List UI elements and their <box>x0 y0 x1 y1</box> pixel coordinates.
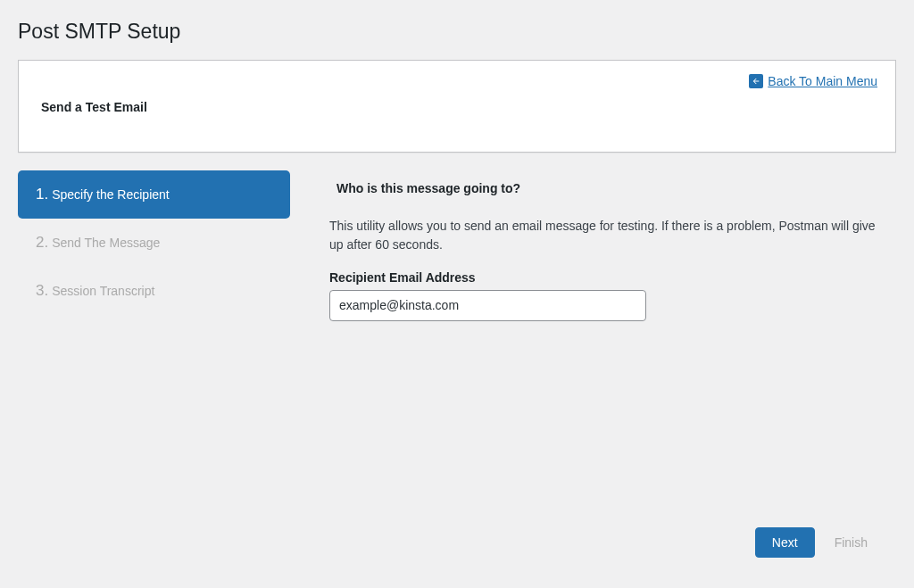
wizard-step-transcript[interactable]: 3. Session Transcript <box>18 267 290 315</box>
step-number: 1. <box>36 186 48 203</box>
content-description: This utility allows you to send an email… <box>329 217 878 254</box>
step-label: Session Transcript <box>52 284 154 298</box>
page-title: Post SMTP Setup <box>18 20 896 44</box>
back-link-label: Back To Main Menu <box>768 74 877 88</box>
next-button[interactable]: Next <box>755 527 815 558</box>
button-row: Next Finish <box>18 527 896 558</box>
content-heading: Who is this message going to? <box>337 181 878 195</box>
step-number: 2. <box>36 234 48 252</box>
wizard-container: 1. Specify the Recipient 2. Send The Mes… <box>18 170 896 518</box>
header-card: Back To Main Menu Send a Test Email <box>18 60 896 153</box>
finish-button: Finish <box>815 527 887 558</box>
header-card-title: Send a Test Email <box>41 100 873 114</box>
recipient-email-label: Recipient Email Address <box>329 270 878 285</box>
wizard-content: Who is this message going to? This utili… <box>319 170 896 518</box>
wizard-step-recipient[interactable]: 1. Specify the Recipient <box>18 170 290 219</box>
step-label: Specify the Recipient <box>52 187 170 202</box>
step-number: 3. <box>36 282 48 300</box>
recipient-email-input[interactable] <box>329 290 646 321</box>
wizard-step-send[interactable]: 2. Send The Message <box>18 219 290 267</box>
step-label: Send The Message <box>52 236 160 250</box>
arrow-left-icon <box>749 74 763 88</box>
back-to-main-link[interactable]: Back To Main Menu <box>749 74 877 88</box>
wizard-steps: 1. Specify the Recipient 2. Send The Mes… <box>18 170 290 518</box>
